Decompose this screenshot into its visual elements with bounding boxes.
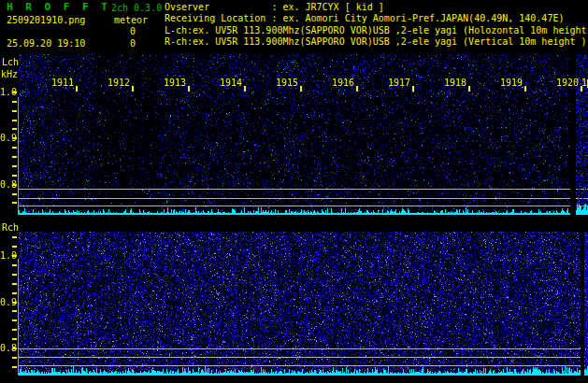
lch-axis-line [18,97,19,215]
location-line: Receiving Location : ex. Aomori City Aom… [165,13,588,24]
rch-freq-tick [12,292,17,294]
rch-freq-tick [12,357,17,359]
lch-freq-tick [12,120,17,121]
rch-freq-tick [12,302,17,304]
lch-freq-tick [12,184,17,186]
rch-meteor-count: 0 [130,38,136,49]
lch-freq-label: 0.8 [0,180,17,190]
rch-freq-tick [12,338,17,340]
lch-freq-tick [12,101,17,103]
rch-freq-tick [12,255,17,257]
lch-freq-tick [12,137,17,139]
lch-antenna-line: L-ch:ex. UV5R 113.900Mhz(SAPPORO VOR)USB… [165,25,588,36]
lch-freq-tick [12,110,17,112]
rch-antenna-line: R-ch:ex. UV5R 113.900Mhz(SAPPORO VOR)USB… [165,36,588,48]
rch-freq-tick [12,274,17,276]
date-time-label: 25.09.20 19:10 [7,38,85,49]
lch-freq-tick [12,165,17,167]
rch-spectrogram [19,232,588,376]
rch-freq-tick [12,283,17,285]
lch-freq-tick [12,92,17,93]
mode-label: meteor [114,15,148,25]
rch-freq-tick [12,319,17,321]
rch-panel-label: Rch [2,222,19,233]
rch-freq-label: 0.8 [0,344,17,353]
station-info-block: Ovserver : ex. JR7CYX [ kid ] Receiving … [165,2,588,49]
lch-freq-tick [12,193,17,195]
rch-freq-tick [12,329,17,331]
khz-unit-label: kHz [1,69,18,79]
hrofft-window: H R O F F T 2ch 0.3.0 2509201910.png met… [0,0,588,383]
observer-line: Ovserver : ex. JR7CYX [ kid ] [165,2,588,13]
lch-freq-tick [12,175,17,177]
lch-freq-tick [12,202,17,204]
app-title: H R O F F T [7,2,110,12]
rch-freq-tick [12,236,17,238]
rch-freq-tick [12,310,17,312]
lch-freq-tick [12,156,17,158]
lch-freq-label: 0.9 [0,134,17,143]
rch-axis-line [18,259,19,376]
lch-freq-tick [12,147,17,149]
output-file-name: 2509201910.png [7,15,85,25]
rch-freq-tick [12,366,17,368]
rch-freq-tick [12,348,17,349]
rch-freq-tick [12,264,17,266]
lch-freq-label: 1.0 [0,88,17,97]
lch-meteor-count: 0 [130,26,136,36]
rch-freq-label: 1.0 [0,251,17,261]
lch-panel-label: Lch [2,57,19,67]
lch-spectrogram [19,54,588,215]
app-version: 2ch 0.3.0 [111,3,162,13]
rch-freq-label: 0.9 [0,298,17,307]
lch-freq-tick [12,128,17,130]
rch-freq-tick [12,246,17,248]
